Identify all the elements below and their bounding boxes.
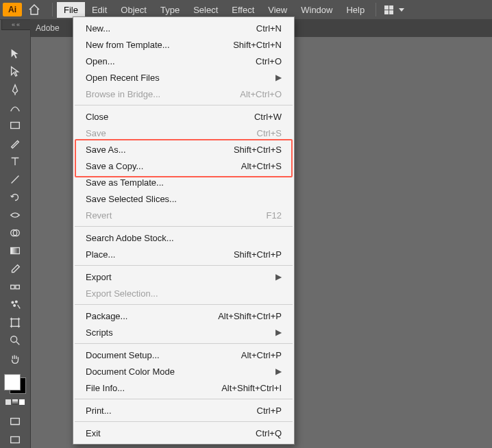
pen-tool[interactable] <box>5 81 25 97</box>
menu-item-label: Open... <box>86 56 115 66</box>
menu-item-search-adobe-stock[interactable]: Search Adobe Stock... <box>73 229 294 246</box>
menu-item-open-recent-files[interactable]: Open Recent Files▶ <box>73 69 294 86</box>
rectangle-tool[interactable] <box>5 117 25 134</box>
menu-item-revert: RevertF12 <box>73 207 294 223</box>
svg-rect-4 <box>11 285 14 288</box>
svg-point-7 <box>15 301 17 303</box>
menu-item-label: Document Color Mode <box>86 366 175 377</box>
symbol-sprayer-tool[interactable] <box>5 297 25 313</box>
menu-object[interactable]: Object <box>114 2 153 18</box>
menu-item-open[interactable]: Open...Ctrl+O <box>73 53 294 69</box>
menu-item-shortcut: Shift+Ctrl+P <box>234 249 282 260</box>
menu-effect[interactable]: Effect <box>225 2 261 18</box>
menu-item-shortcut: Shift+Ctrl+S <box>234 145 282 155</box>
svg-rect-5 <box>16 285 19 288</box>
svg-rect-9 <box>12 319 19 327</box>
workspace-switcher[interactable] <box>384 5 404 14</box>
menu-item-shortcut: Shift+Ctrl+N <box>233 40 282 50</box>
menu-item-save-a-copy[interactable]: Save a Copy...Alt+Ctrl+S <box>73 158 294 174</box>
menu-item-shortcut: Ctrl+W <box>254 112 282 122</box>
menu-item-label: Document Setup... <box>86 350 160 360</box>
menu-item-label: Package... <box>86 311 127 321</box>
menu-item-save-as[interactable]: Save As...Shift+Ctrl+S <box>73 141 294 158</box>
menu-edit[interactable]: Edit <box>85 2 114 18</box>
tools-panel <box>0 30 31 448</box>
svg-rect-3 <box>11 248 20 254</box>
hand-tool[interactable] <box>5 350 25 366</box>
menu-item-close[interactable]: CloseCtrl+W <box>73 108 294 125</box>
line-tool[interactable] <box>5 171 25 187</box>
zoom-tool[interactable] <box>5 332 25 349</box>
gradient-tool[interactable] <box>5 242 25 259</box>
menu-help[interactable]: Help <box>339 2 371 18</box>
menu-item-shortcut: Alt+Shift+Ctrl+P <box>218 311 282 321</box>
menu-type[interactable]: Type <box>153 2 186 18</box>
menu-item-print[interactable]: Print...Ctrl+P <box>73 402 294 419</box>
menu-select[interactable]: Select <box>186 2 225 18</box>
double-arrow-icon: «« <box>12 21 21 28</box>
menu-item-label: Close <box>86 112 108 122</box>
menu-separator <box>75 343 293 344</box>
menu-item-label: Scripts <box>86 327 113 338</box>
change-screen-mode-tool[interactable] <box>5 432 25 448</box>
menu-item-exit[interactable]: ExitCtrl+Q <box>73 425 294 441</box>
svg-rect-0 <box>11 122 20 128</box>
direct-selection-tool[interactable] <box>5 63 25 79</box>
menu-item-shortcut: Ctrl+P <box>257 406 282 416</box>
menu-item-new[interactable]: New...Ctrl+N <box>73 20 294 36</box>
menu-item-label: Search Adobe Stock... <box>86 233 174 243</box>
menu-item-label: Revert <box>86 210 112 221</box>
home-icon[interactable] <box>27 3 41 16</box>
menu-item-shortcut: Alt+Ctrl+P <box>241 350 282 360</box>
menu-separator <box>75 105 293 105</box>
menu-item-label: Export <box>86 272 112 282</box>
curvature-tool[interactable] <box>5 99 25 116</box>
menu-item-document-color-mode[interactable]: Document Color Mode▶ <box>73 363 294 379</box>
submenu-arrow-icon: ▶ <box>275 73 282 82</box>
menu-item-save-selected-slices[interactable]: Save Selected Slices... <box>73 190 294 207</box>
submenu-arrow-icon: ▶ <box>275 366 282 376</box>
grid-icon <box>384 5 393 14</box>
menu-item-export[interactable]: Export▶ <box>73 269 294 285</box>
color-mode-gradient[interactable] <box>12 399 18 405</box>
selection-tool[interactable] <box>5 45 25 62</box>
blend-tool[interactable] <box>5 279 25 295</box>
menu-item-label: Export Selection... <box>86 288 158 299</box>
artboard-tool[interactable] <box>5 314 25 331</box>
file-menu-dropdown: New...Ctrl+NNew from Template...Shift+Ct… <box>73 16 295 445</box>
document-tab[interactable]: Adobe <box>36 23 60 33</box>
menu-item-document-setup[interactable]: Document Setup...Alt+Ctrl+P <box>73 347 294 363</box>
menu-item-new-from-template[interactable]: New from Template...Shift+Ctrl+N <box>73 36 294 53</box>
eyedropper-tool[interactable] <box>5 260 25 277</box>
menu-item-place[interactable]: Place...Shift+Ctrl+P <box>73 246 294 262</box>
type-tool[interactable] <box>5 153 25 169</box>
width-tool[interactable] <box>5 207 25 223</box>
menu-item-package[interactable]: Package...Alt+Shift+Ctrl+P <box>73 308 294 324</box>
submenu-arrow-icon: ▶ <box>275 272 282 282</box>
menu-item-scripts[interactable]: Scripts▶ <box>73 324 294 340</box>
menu-item-browse-in-bridge: Browse in Bridge...Alt+Ctrl+O <box>73 86 294 102</box>
paintbrush-tool[interactable] <box>5 135 25 151</box>
fill-color[interactable] <box>4 374 21 390</box>
menu-item-shortcut: Alt+Ctrl+O <box>240 89 282 99</box>
rotate-tool[interactable] <box>5 189 25 206</box>
menu-view[interactable]: View <box>261 2 294 18</box>
menu-window[interactable]: Window <box>294 2 339 18</box>
menu-item-shortcut: Ctrl+Q <box>256 428 282 438</box>
menu-separator <box>75 304 293 305</box>
color-mode-solid[interactable] <box>5 399 11 405</box>
fill-stroke-swatch[interactable] <box>4 374 26 395</box>
menu-item-save-as-template[interactable]: Save as Template... <box>73 174 294 190</box>
menu-item-label: Open Recent Files <box>86 73 160 83</box>
menu-separator <box>75 265 293 266</box>
tool-panel-collapse-tab[interactable]: «« <box>1 20 32 30</box>
menu-item-label: Save Selected Slices... <box>86 194 177 204</box>
color-mode-none[interactable] <box>19 399 25 405</box>
menu-file[interactable]: File <box>57 2 85 18</box>
menu-item-export-selection: Export Selection... <box>73 285 294 301</box>
shape-builder-tool[interactable] <box>5 225 25 241</box>
screen-mode-tool[interactable] <box>5 413 25 430</box>
svg-rect-11 <box>11 418 20 424</box>
menu-item-file-info[interactable]: File Info...Alt+Shift+Ctrl+I <box>73 379 294 396</box>
menu-item-label: Save a Copy... <box>86 161 143 171</box>
